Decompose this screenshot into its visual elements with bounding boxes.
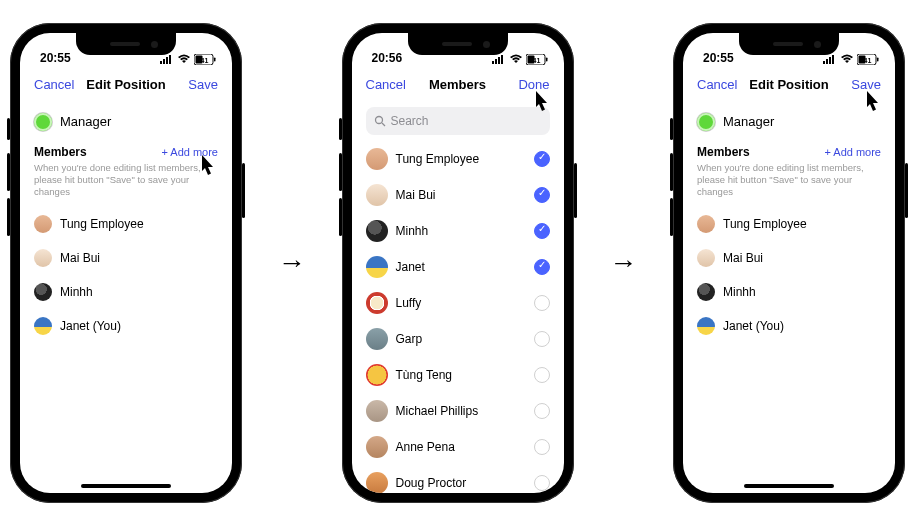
radio-unchecked-icon[interactable] <box>534 439 550 455</box>
position-name: Manager <box>60 114 111 129</box>
radio-unchecked-icon[interactable] <box>534 295 550 311</box>
list-item[interactable]: Tung Employee <box>697 207 881 241</box>
avatar <box>34 283 52 301</box>
member-name: Minhh <box>723 285 881 299</box>
list-item[interactable]: Michael Phillips <box>366 393 550 429</box>
phone-frame: 20:56 41 Cancel Members Done Search Tung… <box>342 23 574 503</box>
avatar <box>366 256 388 278</box>
notch <box>739 33 839 55</box>
status-indicators: 41 <box>492 54 548 65</box>
list-item[interactable]: Tung Employee <box>366 141 550 177</box>
svg-text:41: 41 <box>864 56 872 63</box>
radio-unchecked-icon[interactable] <box>534 403 550 419</box>
list-item[interactable]: Janet (You) <box>697 309 881 343</box>
member-name: Tung Employee <box>60 217 218 231</box>
avatar <box>34 317 52 335</box>
avatar <box>34 215 52 233</box>
arrow-right-icon: → <box>278 247 306 279</box>
cancel-button[interactable]: Cancel <box>34 77 74 92</box>
list-item[interactable]: Mai Bui <box>366 177 550 213</box>
battery-icon: 41 <box>526 54 548 65</box>
member-name: Janet (You) <box>60 319 218 333</box>
radio-unchecked-icon[interactable] <box>534 331 550 347</box>
radio-unchecked-icon[interactable] <box>534 367 550 383</box>
svg-rect-21 <box>832 55 834 64</box>
svg-text:41: 41 <box>201 56 209 63</box>
svg-rect-10 <box>498 57 500 64</box>
position-row[interactable]: Manager <box>34 107 218 141</box>
cancel-button[interactable]: Cancel <box>697 77 737 92</box>
add-more-button[interactable]: + Add more <box>824 146 881 158</box>
list-item[interactable]: Mai Bui <box>697 241 881 275</box>
avatar <box>366 328 388 350</box>
search-placeholder: Search <box>391 114 429 128</box>
list-item[interactable]: Janet <box>366 249 550 285</box>
avatar <box>366 400 388 422</box>
svg-rect-8 <box>492 61 494 64</box>
list-item[interactable]: Garp <box>366 321 550 357</box>
status-indicators: 41 <box>823 54 879 65</box>
position-name: Manager <box>723 114 774 129</box>
pointer-cursor-icon <box>530 89 554 117</box>
member-name: Mai Bui <box>396 188 526 202</box>
avatar <box>697 283 715 301</box>
page-title: Edit Position <box>86 77 165 92</box>
list-item[interactable]: Janet (You) <box>34 309 218 343</box>
avatar <box>34 249 52 267</box>
member-name: Doug Proctor <box>396 476 526 490</box>
position-row[interactable]: Manager <box>697 107 881 141</box>
member-name: Michael Phillips <box>396 404 526 418</box>
list-item[interactable]: Tùng Teng <box>366 357 550 393</box>
list-item[interactable]: Mai Bui <box>34 241 218 275</box>
list-item[interactable]: Tung Employee <box>34 207 218 241</box>
status-indicators: 41 <box>160 54 216 65</box>
svg-rect-0 <box>160 61 162 64</box>
save-button[interactable]: Save <box>188 77 218 92</box>
member-name: Mai Bui <box>60 251 218 265</box>
radio-checked-icon[interactable] <box>534 151 550 167</box>
status-time: 20:55 <box>40 51 71 65</box>
signal-icon <box>160 54 174 64</box>
member-name: Anne Pena <box>396 440 526 454</box>
phone-frame: 20:55 41 Cancel Edit Position Save Manag… <box>10 23 242 503</box>
member-name: Minhh <box>396 224 526 238</box>
svg-text:41: 41 <box>532 56 540 63</box>
status-time: 20:55 <box>703 51 734 65</box>
members-section-title: Members <box>34 145 87 159</box>
notch <box>408 33 508 55</box>
radio-checked-icon[interactable] <box>534 187 550 203</box>
svg-line-17 <box>382 123 385 126</box>
member-name: Janet (You) <box>723 319 881 333</box>
cancel-button[interactable]: Cancel <box>366 77 406 92</box>
home-indicator[interactable] <box>81 484 171 488</box>
avatar <box>366 220 388 242</box>
pointer-cursor-icon <box>196 153 220 181</box>
svg-rect-24 <box>877 57 879 61</box>
phone-frame: 20:55 41 Cancel Edit Position Save Manag… <box>673 23 905 503</box>
pointer-cursor-icon <box>861 89 885 117</box>
list-item[interactable]: Minhh <box>697 275 881 309</box>
avatar <box>697 249 715 267</box>
page-title: Members <box>429 77 486 92</box>
avatar <box>366 148 388 170</box>
svg-rect-20 <box>829 57 831 64</box>
radio-checked-icon[interactable] <box>534 259 550 275</box>
avatar <box>366 292 388 314</box>
home-indicator[interactable] <box>744 484 834 488</box>
signal-icon <box>823 54 837 64</box>
list-item[interactable]: Luffy <box>366 285 550 321</box>
radio-checked-icon[interactable] <box>534 223 550 239</box>
arrow-right-icon: → <box>609 247 637 279</box>
svg-rect-6 <box>214 57 216 61</box>
position-color-dot <box>34 113 52 131</box>
radio-unchecked-icon[interactable] <box>534 475 550 491</box>
avatar <box>366 184 388 206</box>
list-item[interactable]: Doug Proctor <box>366 465 550 493</box>
avatar <box>697 215 715 233</box>
list-item[interactable]: Minhh <box>366 213 550 249</box>
members-section-title: Members <box>697 145 750 159</box>
wifi-icon <box>840 54 854 64</box>
list-item[interactable]: Anne Pena <box>366 429 550 465</box>
list-item[interactable]: Minhh <box>34 275 218 309</box>
search-input[interactable]: Search <box>366 107 550 135</box>
